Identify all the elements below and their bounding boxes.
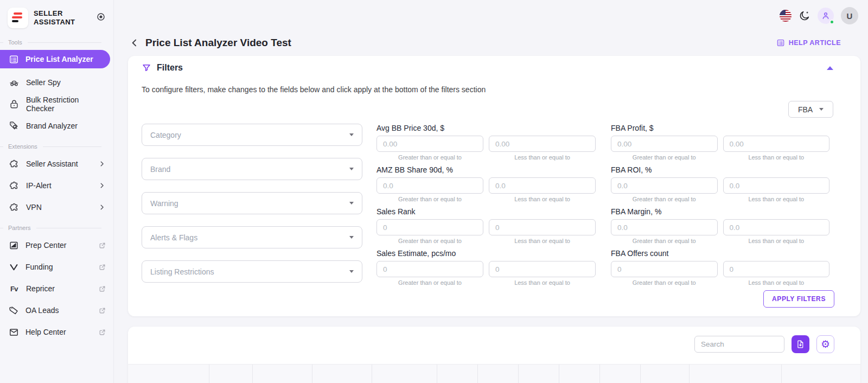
- sidebar-item-label: IP-Alert: [26, 181, 52, 190]
- table-toolbar: ⚙: [128, 327, 860, 353]
- file-download-icon: [796, 340, 805, 349]
- avg-bb-price-max-input[interactable]: [489, 136, 596, 152]
- mail-icon: [9, 327, 19, 337]
- page-title: Price List Analyzer Video Test: [145, 37, 291, 49]
- fba-margin-min-input[interactable]: [611, 219, 718, 235]
- sales-rank-max-input[interactable]: [489, 219, 596, 235]
- puzzle-icon: [9, 202, 20, 213]
- sidebar-section-extensions: Extensions: [0, 143, 101, 150]
- sidebar-item-vpn[interactable]: VPN: [0, 196, 113, 218]
- results-table-card: ⚙: [128, 327, 860, 383]
- filters-description: To configure filters, make changes to th…: [142, 85, 833, 94]
- brand-dropdown[interactable]: Brand: [142, 158, 362, 180]
- dark-mode-toggle[interactable]: [799, 10, 810, 22]
- fba-roi-max-input[interactable]: [723, 177, 830, 194]
- chevron-left-icon: [129, 37, 140, 48]
- back-button[interactable]: [129, 37, 140, 48]
- avatar[interactable]: U: [841, 7, 858, 24]
- moon-star-icon: [799, 10, 810, 22]
- amz-bb-share-min-input[interactable]: [376, 177, 483, 194]
- sales-rank-group: Sales Rank Greater than or equal toLess …: [376, 207, 596, 244]
- sidebar-item-label: Seller Spy: [26, 78, 61, 87]
- amz-bb-share-max-input[interactable]: [489, 177, 596, 194]
- tag-search-icon: [9, 120, 20, 131]
- chevron-down-icon: [349, 133, 354, 136]
- sales-estimate-max-input[interactable]: [489, 261, 596, 277]
- fba-margin-group: FBA Margin, % Greater than or equal toLe…: [611, 207, 829, 244]
- filters-grid: Category Brand Warning Alerts & Flags Li…: [142, 124, 833, 295]
- sidebar-item-price-list-analyzer[interactable]: Price List Analyzer: [0, 50, 110, 68]
- sidebar-item-label: Brand Analyzer: [26, 122, 78, 130]
- spy-icon: [9, 77, 20, 88]
- alerts-flags-dropdown[interactable]: Alerts & Flags: [142, 226, 362, 248]
- chevron-down-icon: [349, 202, 354, 205]
- numeric-filters-column-2: FBA Profit, $ Greater than or equal toLe…: [611, 124, 829, 295]
- sidebar-item-prep-center[interactable]: Prep Center: [0, 234, 113, 256]
- fba-offers-count-group: FBA Offers count Greater than or equal t…: [611, 249, 829, 286]
- fba-profit-min-input[interactable]: [611, 136, 718, 152]
- sidebar-item-label: VPN: [26, 203, 42, 212]
- sidebar-item-oa-leads[interactable]: OA Leads: [0, 299, 113, 321]
- sidebar-item-label: Funding: [25, 263, 53, 271]
- funding-icon: [9, 262, 19, 272]
- chevron-right-icon: [98, 203, 106, 211]
- sidebar-item-bulk-restriction-checker[interactable]: Bulk Restriction Checker: [0, 93, 113, 115]
- sidebar-item-help-center[interactable]: Help Center: [0, 321, 113, 343]
- online-status-dot: [829, 20, 834, 24]
- sidebar-item-repricer[interactable]: Fv Repricer: [0, 278, 113, 299]
- target-icon[interactable]: [96, 12, 106, 24]
- fulfillment-select[interactable]: FBA: [788, 101, 833, 118]
- external-link-icon: [99, 264, 106, 271]
- category-dropdown[interactable]: Category: [142, 124, 362, 146]
- sales-estimate-group: Sales Estimate, pcs/mo Greater than or e…: [376, 249, 596, 286]
- brand-header: SELLERASSISTANT: [0, 0, 113, 33]
- brand-name: SELLERASSISTANT: [34, 9, 75, 27]
- puzzle-icon: [9, 180, 20, 191]
- sales-rank-min-input[interactable]: [376, 219, 483, 235]
- sidebar-item-label: Prep Center: [25, 241, 66, 250]
- avg-bb-price-min-input[interactable]: [376, 136, 483, 152]
- sidebar-item-seller-spy[interactable]: Seller Spy: [0, 72, 113, 93]
- dropdown-filters-column: Category Brand Warning Alerts & Flags Li…: [142, 124, 362, 295]
- sidebar-item-ip-alert[interactable]: IP-Alert: [0, 175, 113, 196]
- warning-dropdown[interactable]: Warning: [142, 192, 362, 214]
- collapse-filters-icon[interactable]: [827, 66, 833, 70]
- sidebar-item-seller-assistant-ext[interactable]: Seller Assistant: [0, 153, 113, 175]
- apply-filters-button[interactable]: APPLY FILTERS: [763, 290, 834, 308]
- fba-offers-min-input[interactable]: [611, 261, 718, 277]
- fba-profit-group: FBA Profit, $ Greater than or equal toLe…: [611, 124, 829, 161]
- lock-icon: [9, 99, 20, 110]
- numeric-filters-column-1: Avg BB Price 30d, $ Greater than or equa…: [376, 124, 596, 295]
- seller-assistant-logo-icon: [8, 8, 28, 28]
- sidebar-item-funding[interactable]: Funding: [0, 256, 113, 278]
- sidebar-item-brand-analyzer[interactable]: Brand Analyzer: [0, 115, 113, 137]
- amz-bb-share-group: AMZ BB Share 90d, % Greater than or equa…: [376, 165, 596, 202]
- table-settings-button[interactable]: ⚙: [816, 335, 834, 353]
- topbar: U: [114, 0, 868, 31]
- main-area: U Price List Analyzer Video Test HELP AR…: [114, 0, 868, 383]
- listing-restrictions-dropdown[interactable]: Listing Restrictions: [142, 260, 362, 283]
- sidebar-section-tools: Tools: [0, 39, 101, 46]
- fba-offers-max-input[interactable]: [723, 261, 830, 277]
- external-link-icon: [99, 242, 106, 249]
- external-link-icon: [99, 307, 106, 314]
- sidebar: SELLERASSISTANT Tools Price List Analyze…: [0, 0, 114, 383]
- fba-profit-max-input[interactable]: [723, 136, 830, 152]
- avg-bb-price-group: Avg BB Price 30d, $ Greater than or equa…: [376, 124, 596, 161]
- fba-roi-group: FBA ROI, % Greater than or equal toLess …: [611, 165, 829, 202]
- help-article-link[interactable]: HELP ARTICLE: [776, 39, 841, 47]
- account-status-button[interactable]: [818, 8, 834, 24]
- chevron-down-icon: [349, 270, 354, 273]
- sales-estimate-min-input[interactable]: [376, 261, 483, 277]
- fba-roi-min-input[interactable]: [611, 177, 718, 194]
- language-flag-icon[interactable]: [780, 10, 792, 22]
- prep-center-icon: [9, 240, 19, 251]
- sidebar-item-label: Repricer: [26, 284, 55, 293]
- fba-margin-max-input[interactable]: [723, 219, 830, 235]
- page-head: Price List Analyzer Video Test HELP ARTI…: [114, 31, 868, 49]
- export-file-button[interactable]: [792, 335, 809, 353]
- external-link-icon: [99, 329, 106, 336]
- filters-title: Filters: [157, 63, 183, 73]
- search-input[interactable]: [694, 336, 784, 353]
- table-header-strip: [128, 364, 860, 383]
